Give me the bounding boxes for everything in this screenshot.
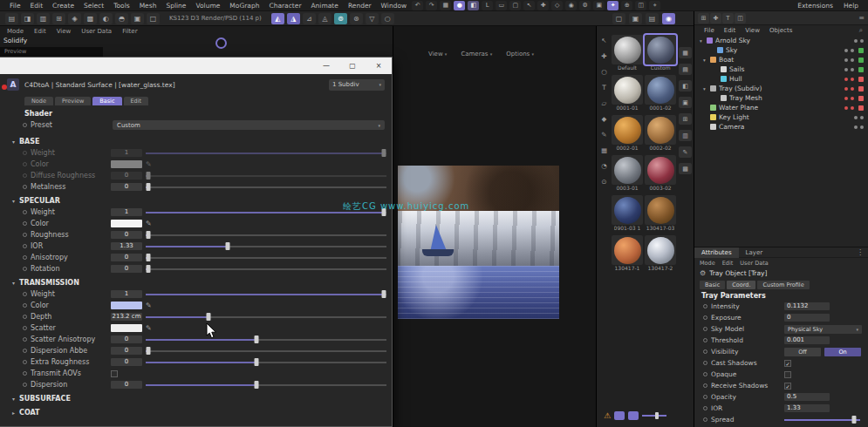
material-item[interactable]: Default xyxy=(611,35,644,71)
toolbar-icon[interactable]: ◧ xyxy=(468,1,479,10)
socket-icon[interactable] xyxy=(23,162,27,166)
socket-icon[interactable] xyxy=(703,304,707,308)
material-preview-sphere[interactable] xyxy=(614,77,641,104)
menu-item[interactable]: MoGraph xyxy=(225,2,263,10)
slider-knob[interactable] xyxy=(382,290,386,298)
render-dot[interactable] xyxy=(851,87,854,91)
pencil-icon[interactable]: ✎ xyxy=(146,160,154,168)
attribute-checkbox[interactable] xyxy=(784,371,791,378)
editor-tab[interactable]: User Data xyxy=(81,28,112,35)
attribute-checkbox[interactable]: ✓ xyxy=(784,383,791,390)
tab-layer[interactable]: Layer xyxy=(739,247,770,258)
param-slider[interactable] xyxy=(146,246,386,247)
slider-knob[interactable] xyxy=(254,381,258,389)
view-option-icon[interactable]: ◧ xyxy=(679,80,692,92)
material-item[interactable]: 130417-03 xyxy=(644,195,677,232)
menu-item[interactable]: File xyxy=(700,27,719,34)
slider-knob[interactable] xyxy=(852,416,857,424)
toolbar-icon[interactable]: ◫ xyxy=(635,1,646,10)
material-thumb[interactable] xyxy=(645,235,676,265)
param-value-input[interactable]: 1 xyxy=(111,290,142,298)
socket-icon[interactable] xyxy=(23,360,27,364)
tool-icon[interactable]: ◮ xyxy=(287,13,300,24)
menu-item[interactable]: Edit xyxy=(722,260,734,267)
socket-icon[interactable] xyxy=(703,327,707,331)
object-name[interactable]: Tray (Subdiv) xyxy=(719,85,842,92)
param-slider[interactable] xyxy=(146,152,386,154)
tool-icon[interactable]: ⊚ xyxy=(334,13,347,24)
attribute-dropdown[interactable]: Physical Sky▾ xyxy=(784,325,862,334)
editor-tab[interactable]: View xyxy=(57,28,72,35)
slider-knob[interactable] xyxy=(206,313,210,321)
visibility-dot[interactable] xyxy=(844,78,848,81)
render-dot[interactable] xyxy=(851,78,854,81)
outliner-row[interactable]: Sails xyxy=(694,64,868,74)
toolbar-icon[interactable]: L xyxy=(482,1,493,10)
attribute-seg-tab[interactable]: Coord. xyxy=(727,281,755,289)
outliner-row[interactable]: ▾ Tray (Subdiv) xyxy=(694,84,868,93)
pencil-icon[interactable]: ✎ xyxy=(146,302,154,309)
param-slider[interactable] xyxy=(146,350,386,352)
material-thumb[interactable] xyxy=(612,115,643,145)
menu-item[interactable]: Character xyxy=(264,2,305,10)
param-slider[interactable] xyxy=(146,186,386,188)
tool-icon[interactable]: □ xyxy=(147,13,160,24)
view-option-icon[interactable]: ▥ xyxy=(679,130,692,141)
menu-item[interactable]: Help xyxy=(839,2,863,10)
material-item[interactable]: 0001-02 xyxy=(644,75,677,112)
outliner-row[interactable]: Key Light xyxy=(694,112,868,122)
attribute-value-input[interactable]: 0.5 xyxy=(784,393,830,401)
shader-tab[interactable]: Preview xyxy=(55,97,91,105)
menu-item[interactable]: Mesh xyxy=(135,2,161,10)
material-tag[interactable] xyxy=(858,58,864,63)
outliner-row[interactable]: Hull xyxy=(694,74,868,84)
view-option-icon[interactable]: ▦ xyxy=(679,47,692,58)
socket-icon[interactable] xyxy=(23,326,27,330)
socket-icon[interactable] xyxy=(23,173,27,178)
material-item[interactable]: 0002-01 xyxy=(611,115,644,152)
maximize-button[interactable]: ▢ xyxy=(339,58,366,74)
attribute-seg-tab[interactable]: Custom Profile xyxy=(757,281,809,289)
socket-icon[interactable] xyxy=(23,267,27,271)
tool-icon[interactable]: ◔ xyxy=(598,160,610,171)
material-preview-sphere[interactable] xyxy=(647,37,674,64)
socket-icon[interactable] xyxy=(703,361,707,365)
outliner-row[interactable]: ▾ Arnold Sky xyxy=(694,36,868,45)
viewport[interactable]: View ▾Cameras ▾Options ▾ xyxy=(393,26,596,427)
menu-item[interactable]: Edit xyxy=(26,2,48,10)
tool-icon[interactable]: ▣ xyxy=(131,13,144,24)
socket-icon[interactable] xyxy=(23,371,27,376)
object-name[interactable]: Sails xyxy=(729,65,842,73)
socket-icon[interactable] xyxy=(23,255,27,260)
param-checkbox[interactable] xyxy=(111,370,118,377)
material-preview-sphere[interactable] xyxy=(614,237,641,264)
socket-icon[interactable] xyxy=(23,244,27,248)
menu-item[interactable]: Window xyxy=(377,2,412,10)
node-port-icon[interactable] xyxy=(215,37,227,49)
toolbar-icon[interactable]: ↶ xyxy=(412,1,423,10)
socket-icon[interactable] xyxy=(23,151,27,155)
outliner-row[interactable]: Sky xyxy=(694,45,868,55)
shader-tab[interactable]: Node xyxy=(24,97,53,105)
editor-tab[interactable]: Filter xyxy=(122,28,137,35)
menu-item[interactable]: Create xyxy=(48,2,79,10)
socket-icon[interactable] xyxy=(23,383,27,387)
visibility-dot[interactable] xyxy=(844,106,848,110)
param-value-input[interactable]: 0 xyxy=(111,347,142,355)
section-header-coat[interactable]: ▸ COAT xyxy=(0,404,392,418)
search-icon[interactable]: ⌕ xyxy=(859,26,863,35)
tool-icon[interactable]: ▤ xyxy=(5,13,18,24)
object-name[interactable]: Camera xyxy=(719,123,851,131)
pencil-icon[interactable]: ✎ xyxy=(146,220,154,227)
material-tag[interactable] xyxy=(858,96,864,101)
attribute-value-input[interactable]: 1.33 xyxy=(784,404,830,412)
editor-tab[interactable]: Mode xyxy=(7,28,24,35)
panel-toggle-icon[interactable]: ▣ xyxy=(629,13,642,24)
toggle-off-button[interactable]: Off xyxy=(784,348,821,356)
slider-knob[interactable] xyxy=(146,347,150,355)
toolbar-icon[interactable]: ⚙ xyxy=(579,1,591,10)
attribute-seg-tab[interactable]: Basic xyxy=(700,281,725,289)
param-slider[interactable] xyxy=(146,294,386,295)
material-preview-sphere[interactable] xyxy=(647,77,674,104)
socket-icon[interactable] xyxy=(703,372,707,376)
